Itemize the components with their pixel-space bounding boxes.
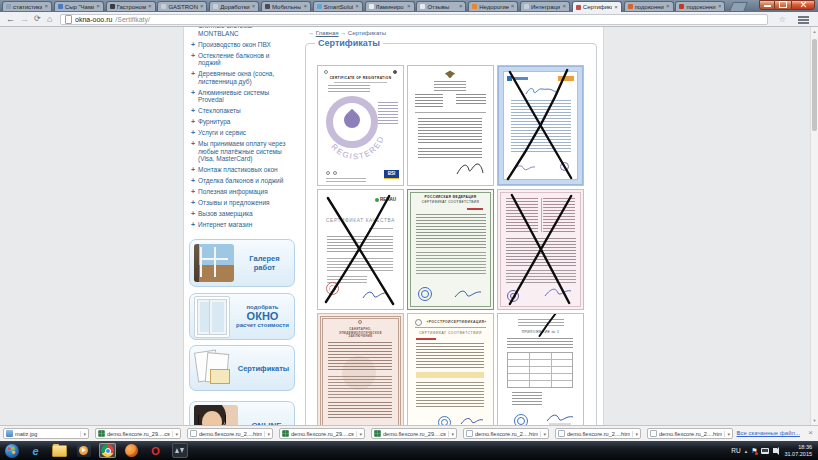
- language-indicator[interactable]: RU: [731, 447, 740, 454]
- certificate-thumbnail-rehau[interactable]: REHAU СЕРТИФИКАТ КАЧЕСТВА: [317, 189, 404, 310]
- sidebar-box-gallery[interactable]: Галерея работ: [189, 239, 295, 287]
- scroll-down-icon[interactable]: ▼: [811, 416, 818, 425]
- certificate-thumbnail-appendix[interactable]: ПРИЛОЖЕНИЕ № 1: [497, 313, 584, 425]
- tab-close-icon[interactable]: ×: [407, 4, 411, 9]
- action-center-flag-icon[interactable]: ⚑: [751, 447, 757, 455]
- taskbar-internet-explorer[interactable]: e: [27, 443, 44, 458]
- browser-tab[interactable]: подоконни ×: [624, 1, 674, 11]
- taskbar-opera[interactable]: O: [147, 443, 164, 458]
- certificate-thumbnail-green[interactable]: РОССИЙСКАЯ ФЕДЕРАЦИЯ СЕРТИФИКАТ СООТВЕТС…: [407, 189, 494, 310]
- taskbar-chrome-active[interactable]: [99, 443, 116, 458]
- bookmark-star-icon[interactable]: ☆: [779, 15, 786, 24]
- sidebar-menu-item[interactable]: + Деревянные окна (сосна, лиственница ду…: [190, 70, 290, 85]
- forward-button[interactable]: →: [20, 13, 29, 25]
- download-item[interactable]: demo.flexcore.ru_2....html ▾: [187, 428, 273, 439]
- browser-tab[interactable]: Доработки ×: [209, 1, 259, 11]
- tab-close-icon[interactable]: ×: [511, 4, 515, 9]
- taskbar-file-explorer[interactable]: [51, 443, 68, 458]
- page-scrollbar[interactable]: ▲ ▼: [810, 27, 818, 425]
- taskbar-clock[interactable]: 18:36 31.07.2015: [784, 444, 812, 457]
- sidebar-menu-item[interactable]: + Интернет магазин: [190, 221, 290, 229]
- maximize-button[interactable]: [775, 0, 791, 10]
- downloads-bar-close-icon[interactable]: ×: [808, 429, 813, 437]
- sidebar-menu-item[interactable]: + Вызов замерщика: [190, 210, 290, 218]
- download-item[interactable]: matiz.jpg ▾: [3, 428, 89, 439]
- tab-close-icon[interactable]: ×: [562, 4, 566, 9]
- sidebar-menu-item[interactable]: + Остекление балконов и лоджий: [190, 52, 290, 67]
- sidebar-menu-item[interactable]: + Монтаж пластиковых окон: [190, 166, 290, 174]
- tab-close-icon[interactable]: ×: [96, 4, 100, 9]
- download-item[interactable]: demo.flexcore.ru_2....html ▾: [647, 428, 733, 439]
- sidebar-menu-item[interactable]: + Стеклопакеты: [190, 107, 290, 115]
- network-icon[interactable]: [761, 448, 769, 454]
- breadcrumb-home-link[interactable]: Главная: [316, 30, 339, 36]
- sidebar-box-window-calc[interactable]: подобрать ОКНО расчет стоимости: [189, 293, 295, 340]
- caret-down-icon[interactable]: ▾: [264, 431, 270, 437]
- new-tab-button[interactable]: [729, 2, 748, 12]
- download-item[interactable]: demo.flexcore.ru_2....html ▾: [463, 428, 549, 439]
- certificate-thumbnail-blue[interactable]: [497, 65, 584, 186]
- tab-close-icon[interactable]: ×: [666, 4, 670, 9]
- certificate-thumbnail-rosstroy[interactable]: «РОССТРОЙСЕРТИФИКАЦИЯ» СЕРТИФИКАТ СООТВЕ…: [407, 313, 494, 425]
- tab-close-icon[interactable]: ×: [355, 4, 359, 9]
- sidebar-menu-item[interactable]: + Услуги и сервис: [190, 129, 290, 137]
- download-item[interactable]: demo.flexcore.ru_29....csv ▾: [279, 428, 365, 439]
- sidebar-box-certificates[interactable]: Сертификаты: [189, 345, 295, 391]
- browser-tab[interactable]: Интеграци ×: [520, 1, 570, 11]
- speaker-icon[interactable]: [773, 448, 777, 453]
- certificate-thumbnail-letter[interactable]: [407, 65, 494, 186]
- download-item[interactable]: demo.flexcore.ru_29....csv ▾: [95, 428, 181, 439]
- scroll-up-icon[interactable]: ▲: [811, 27, 818, 36]
- certificate-thumbnail-bsi[interactable]: CERTIFICATE OF REGISTRATION REGISTERED B…: [317, 65, 404, 186]
- browser-menu-button[interactable]: [798, 16, 809, 24]
- browser-tab[interactable]: Недорогие ×: [468, 1, 518, 11]
- tab-close-icon[interactable]: ×: [614, 5, 618, 10]
- browser-tab[interactable]: Гастрономи ×: [106, 1, 156, 11]
- sidebar-menu-item[interactable]: + Алюминиевые системы Provedal: [190, 89, 290, 104]
- taskbar-media-player[interactable]: [75, 443, 92, 458]
- download-item[interactable]: demo.flexcore.ru_2....html ▾: [555, 428, 641, 439]
- start-button[interactable]: [3, 443, 20, 458]
- reload-button[interactable]: ⟳: [34, 13, 41, 25]
- caret-down-icon[interactable]: ▾: [80, 431, 86, 437]
- scrollbar-thumb[interactable]: [812, 39, 817, 131]
- sidebar-menu-item[interactable]: + Отзывы и предложения: [190, 199, 290, 207]
- address-bar[interactable]: okna-ooo.ru/Sertifikaty/: [60, 14, 768, 25]
- sidebar-menu-item[interactable]: + Мы принимаем оплату через любые платёж…: [190, 140, 290, 163]
- browser-tab[interactable]: Сертификат ×: [572, 1, 622, 12]
- browser-tab[interactable]: Ламиниро ×: [365, 1, 415, 11]
- home-button[interactable]: ⌂: [47, 13, 52, 25]
- taskbar-transfer-app[interactable]: [171, 443, 188, 458]
- caret-down-icon[interactable]: ▾: [356, 431, 362, 437]
- tab-close-icon[interactable]: ×: [718, 4, 722, 9]
- caret-down-icon[interactable]: ▾: [632, 431, 638, 437]
- taskbar-firefox[interactable]: [123, 443, 140, 458]
- tab-close-icon[interactable]: ×: [44, 4, 48, 9]
- browser-tab[interactable]: Мобильный ×: [261, 1, 311, 11]
- browser-tab[interactable]: подоконни ×: [675, 1, 725, 11]
- browser-tab[interactable]: Сыр "Чама ×: [54, 1, 104, 11]
- tab-close-icon[interactable]: ×: [252, 4, 256, 9]
- browser-tab[interactable]: SmartSoluti ×: [313, 1, 363, 11]
- sidebar-box-online-consultant[interactable]: ONLINE: [189, 401, 295, 425]
- tray-expand-icon[interactable]: ▴: [745, 448, 748, 454]
- sidebar-menu-item[interactable]: + Элитные системы MONTBLANC: [190, 27, 290, 37]
- sidebar-menu-item[interactable]: + Отделка балконов и лоджий: [190, 177, 290, 185]
- sidebar-menu-item[interactable]: + Фурнитура: [190, 118, 290, 126]
- download-item[interactable]: demo.flexcore.ru_29....csv ▾: [371, 428, 457, 439]
- close-button[interactable]: [791, 0, 815, 10]
- back-button[interactable]: ←: [6, 13, 15, 25]
- browser-tab[interactable]: Отзывы ×: [416, 1, 466, 11]
- tab-close-icon[interactable]: ×: [303, 4, 307, 9]
- browser-tab[interactable]: статистика ×: [2, 1, 52, 11]
- tab-close-icon[interactable]: ×: [459, 4, 463, 9]
- tab-close-icon[interactable]: ×: [200, 4, 204, 9]
- certificate-thumbnail-pink[interactable]: [497, 189, 584, 310]
- caret-down-icon[interactable]: ▾: [448, 431, 454, 437]
- caret-down-icon[interactable]: ▾: [724, 431, 730, 437]
- caret-down-icon[interactable]: ▾: [172, 431, 178, 437]
- tab-close-icon[interactable]: ×: [148, 4, 152, 9]
- caret-down-icon[interactable]: ▾: [540, 431, 546, 437]
- browser-tab[interactable]: GASTRONO ×: [157, 1, 207, 11]
- sidebar-menu-item[interactable]: + Полезная информация: [190, 188, 290, 196]
